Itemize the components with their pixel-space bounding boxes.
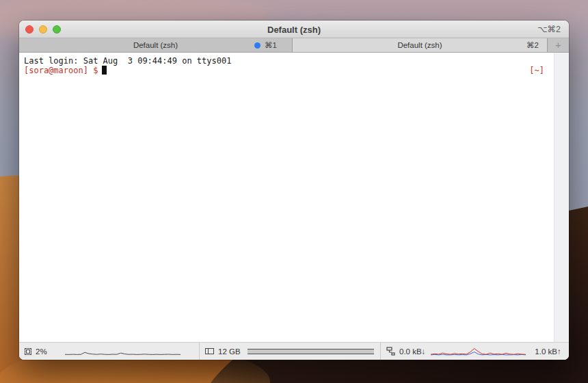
right-prompt: [~]: [529, 66, 544, 75]
scrollbar-track[interactable]: [554, 53, 569, 342]
memory-usage-label: 12 GB: [218, 347, 241, 356]
network-download-label: 0.0 kB↓: [399, 347, 425, 356]
desktop-background: Default (zsh) ⌥⌘2 Default (zsh) ⌘1 Defau…: [0, 0, 588, 383]
activity-dot-icon: [254, 42, 260, 49]
network-icon: [386, 347, 395, 356]
window-shortcut-label: ⌥⌘2: [537, 21, 561, 38]
cpu-chip-icon: [25, 348, 31, 355]
tab-label: Default (zsh): [293, 38, 547, 53]
memory-icon: [205, 348, 214, 354]
cpu-usage-sparkline: [65, 347, 181, 356]
network-upload-label: 1.0 kB↑: [535, 347, 561, 356]
terminal-content-area[interactable]: Last login: Sat Aug 3 09:44:49 on ttys00…: [19, 53, 569, 342]
tab-default-zsh-1[interactable]: Default (zsh) ⌘1: [19, 38, 293, 52]
memory-usage-bar: [248, 349, 374, 354]
new-tab-button[interactable]: +: [547, 38, 569, 52]
tab-default-zsh-2[interactable]: Default (zsh) ⌘2: [293, 38, 547, 52]
last-login-line: Last login: Sat Aug 3 09:44:49 on ttys00…: [24, 56, 569, 66]
network-throughput-sparkline: [431, 347, 526, 356]
tab-shortcut-label: ⌘1: [265, 40, 277, 50]
cpu-usage-label: 2%: [36, 347, 47, 356]
network-status-section: 0.0 kB↓ 1.0 kB↑: [381, 343, 569, 360]
window-titlebar[interactable]: Default (zsh) ⌥⌘2: [19, 21, 569, 38]
window-title: Default (zsh): [19, 21, 569, 38]
shell-prompt: [sora@maroon] $: [24, 66, 98, 75]
memory-status-section: 12 GB: [200, 343, 381, 360]
tab-shortcut-label: ⌘2: [526, 40, 539, 50]
prompt-line: [sora@maroon] $: [24, 66, 569, 75]
terminal-window: Default (zsh) ⌥⌘2 Default (zsh) ⌘1 Defau…: [19, 21, 569, 360]
terminal-block-cursor: [102, 66, 107, 75]
cpu-status-section: 2%: [19, 343, 200, 360]
status-bar: 2% 12 GB 0.0 kB↓: [19, 342, 569, 360]
tab-label: Default (zsh): [19, 38, 292, 53]
tab-bar: Default (zsh) ⌘1 Default (zsh) ⌘2 +: [19, 38, 569, 53]
